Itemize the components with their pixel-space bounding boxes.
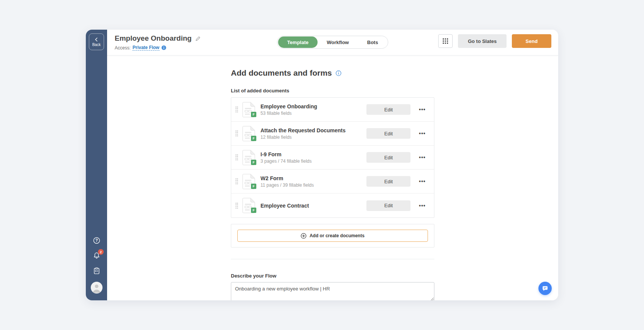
edit-button[interactable]: Edit <box>366 176 410 187</box>
document-name: Employee Onboarding <box>260 103 366 109</box>
header-actions: Go to Slates Send <box>438 34 551 48</box>
tab-template[interactable]: Template <box>278 36 317 48</box>
content: Add documents and forms List of added do… <box>107 56 558 300</box>
back-label: Back <box>92 43 101 47</box>
document-meta: 11 pages / 39 fillable fields <box>260 182 366 188</box>
tab-bots[interactable]: Bots <box>358 36 387 48</box>
header-left: Employee Onboarding Access: Private Flow <box>115 34 201 51</box>
help-button[interactable]: ? <box>92 236 101 244</box>
add-or-create-documents-button[interactable]: Add or create documents <box>237 230 428 242</box>
more-options-icon[interactable]: ••• <box>419 107 426 112</box>
apps-grid-button[interactable] <box>438 34 453 48</box>
section-divider <box>231 259 434 259</box>
drag-dots-icon <box>235 130 238 137</box>
drag-dots-icon <box>235 154 238 161</box>
describe-flow-input[interactable]: Onboarding a new employee workflow | HR <box>231 282 434 300</box>
add-button-label: Add or create documents <box>309 233 365 238</box>
chat-bubble-icon <box>542 285 548 292</box>
chevron-left-icon <box>94 37 99 42</box>
access-label: Access: <box>115 45 131 51</box>
document-meta: 12 fillable fields <box>260 135 366 140</box>
view-toggle: Template Workflow Bots <box>277 36 388 49</box>
document-row: F I-9 Form 3 pages / 74 fillable fields … <box>231 146 434 170</box>
document-name: Attach the Requested Documents <box>260 127 366 133</box>
more-options-icon[interactable]: ••• <box>419 179 426 184</box>
fillable-badge: F <box>251 136 256 141</box>
document-row: F W2 Form 11 pages / 39 fillable fields … <box>231 170 434 194</box>
document-row: F Employee Onboarding 53 fillable fields… <box>231 98 434 122</box>
drag-dots-icon <box>235 106 238 113</box>
question-circle-icon: ? <box>93 236 101 244</box>
notifications-button[interactable]: 2 <box>92 251 101 260</box>
tab-workflow[interactable]: Workflow <box>317 36 358 48</box>
back-button[interactable]: Back <box>89 33 104 50</box>
go-to-slates-button[interactable]: Go to Slates <box>458 34 507 48</box>
document-name: Employee Contract <box>260 203 366 209</box>
drag-handle[interactable] <box>235 178 238 185</box>
drag-dots-icon <box>235 178 238 185</box>
drag-dots-icon <box>235 202 238 209</box>
notifications-badge: 2 <box>98 249 104 255</box>
document-meta: 3 pages / 74 fillable fields <box>260 159 366 164</box>
document-name: I-9 Form <box>260 151 366 157</box>
document-name: W2 Form <box>260 175 366 181</box>
clipboard-icon <box>93 267 101 275</box>
document-icon: F <box>242 102 255 117</box>
plus-circle-icon <box>301 233 306 239</box>
fillable-badge: F <box>251 208 256 213</box>
svg-text:?: ? <box>95 238 98 243</box>
more-options-icon[interactable]: ••• <box>419 203 426 208</box>
access-link[interactable]: Private Flow <box>133 45 159 51</box>
document-row: F Employee Contract Edit ••• <box>231 194 434 217</box>
sidebar: Back ? 2 <box>86 30 107 300</box>
document-icon: F <box>242 198 255 213</box>
documents-list: F Employee Onboarding 53 fillable fields… <box>231 97 434 218</box>
heading-info-icon[interactable] <box>336 70 341 76</box>
page-title: Employee Onboarding <box>115 34 192 43</box>
fillable-badge: F <box>251 160 256 165</box>
sidebar-bottom: ? 2 <box>91 236 103 300</box>
edit-title-pencil-icon[interactable] <box>195 36 201 41</box>
document-meta: 53 fillable fields <box>260 111 366 116</box>
header: Employee Onboarding Access: Private Flow <box>107 30 558 56</box>
drag-handle[interactable] <box>235 106 238 113</box>
edit-button[interactable]: Edit <box>366 104 410 115</box>
fillable-badge: F <box>251 184 256 189</box>
user-avatar[interactable] <box>91 282 103 294</box>
list-label: List of added documents <box>231 88 434 94</box>
grid-icon <box>443 38 448 44</box>
document-icon: F <box>242 174 255 189</box>
document-icon: F <box>242 126 255 141</box>
person-icon <box>91 282 103 294</box>
drag-handle[interactable] <box>235 154 238 161</box>
add-documents-card: Add or create documents <box>231 224 434 248</box>
edit-button[interactable]: Edit <box>366 200 410 211</box>
access-info-icon[interactable] <box>161 45 166 50</box>
more-options-icon[interactable]: ••• <box>419 131 426 136</box>
send-button[interactable]: Send <box>512 34 551 48</box>
document-row: F Attach the Requested Documents 12 fill… <box>231 122 434 146</box>
app-window: Back ? 2 <box>86 30 558 300</box>
chat-widget-button[interactable] <box>538 282 552 295</box>
drag-handle[interactable] <box>235 130 238 137</box>
edit-button[interactable]: Edit <box>366 152 410 163</box>
edit-button[interactable]: Edit <box>366 128 410 139</box>
section-heading: Add documents and forms <box>231 68 332 78</box>
main-area: Employee Onboarding Access: Private Flow <box>107 30 558 300</box>
fillable-badge: F <box>251 112 256 117</box>
more-options-icon[interactable]: ••• <box>419 155 426 160</box>
describe-flow-label: Describe your Flow <box>231 273 434 279</box>
tasks-button[interactable] <box>92 267 101 275</box>
drag-handle[interactable] <box>235 202 238 209</box>
document-icon: F <box>242 150 255 165</box>
